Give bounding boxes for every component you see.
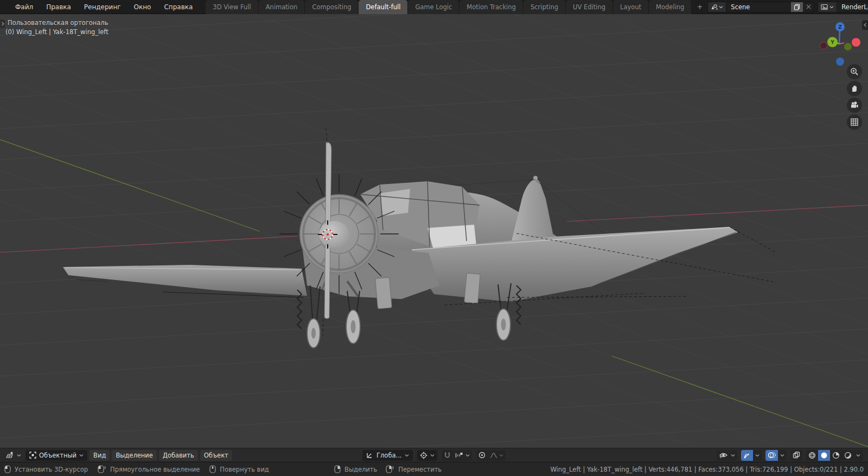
menu-view[interactable]: Вид — [90, 450, 110, 461]
navigation-gizmo[interactable]: Z Y — [814, 16, 865, 68]
menu-window[interactable]: Окно — [127, 0, 158, 14]
snap-target-icon — [455, 452, 463, 459]
menu-render[interactable]: Рендеринг — [78, 0, 127, 14]
chevron-down-icon — [755, 454, 760, 457]
chevron-down-icon — [405, 454, 409, 457]
tab-modeling[interactable]: Modeling — [649, 0, 692, 14]
editor-type-button[interactable] — [3, 450, 23, 461]
xray-group — [790, 450, 802, 461]
gizmo-axis-z-positive[interactable]: Z — [835, 22, 845, 31]
mouse-middle-icon — [209, 465, 216, 473]
gizmo-axis-y-negative[interactable] — [844, 43, 852, 50]
snap-toggle-button[interactable] — [442, 450, 453, 461]
tab-game-logic[interactable]: Game Logic — [408, 0, 459, 14]
editor-3d-viewport-icon — [5, 452, 14, 459]
menu-help[interactable]: Справка — [157, 0, 199, 14]
proportional-editing-button[interactable] — [476, 450, 488, 461]
shading-wireframe-button[interactable] — [806, 450, 818, 461]
toolbar-expand-arrow[interactable] — [0, 20, 5, 28]
menu-file[interactable]: Файл — [9, 0, 40, 14]
tab-motion-tracking[interactable]: Motion Tracking — [459, 0, 524, 14]
pivot-point-dropdown[interactable] — [417, 450, 437, 461]
active-object-label: (0) Wing_Left | Yak-18T_wing_left — [5, 28, 108, 37]
tab-default-full[interactable]: Default-full — [359, 0, 408, 14]
scene-browse-button[interactable] — [708, 2, 726, 12]
workspace-tabs: 3D View Full Animation Compositing Defau… — [206, 0, 707, 14]
menu-edit[interactable]: Правка — [40, 0, 78, 14]
hint-move: Переместить — [386, 465, 442, 473]
menu-select[interactable]: Выделение — [112, 450, 157, 461]
gizmo-axis-x-positive[interactable] — [852, 38, 860, 47]
orientation-label: Глоба... — [376, 452, 402, 459]
proportional-edit-group — [476, 450, 506, 461]
chevron-down-icon — [17, 454, 21, 457]
snap-group — [442, 450, 472, 461]
viewport-header: Объектный Вид Выделение Добавить Объект — [0, 448, 868, 462]
mouse-right-icon — [334, 465, 341, 473]
menu-add[interactable]: Добавить — [159, 450, 198, 461]
camera-view-button[interactable] — [847, 98, 862, 113]
gizmos-group — [741, 450, 762, 461]
mode-label: Объектный — [39, 452, 76, 459]
toggle-ortho-button[interactable] — [847, 115, 862, 130]
zoom-button[interactable] — [847, 64, 862, 79]
shading-dropdown[interactable] — [854, 450, 863, 461]
topbar: Файл Правка Рендеринг Окно Справка 3D Vi… — [0, 0, 868, 14]
shading-rendered-icon — [844, 452, 852, 459]
falloff-curve-icon — [490, 452, 497, 459]
show-object-types-dropdown[interactable] — [717, 450, 737, 461]
gear-spring-left — [297, 290, 302, 329]
show-overlays-button[interactable] — [765, 450, 778, 461]
pan-button[interactable] — [847, 81, 862, 96]
scene-selector: Scene — [707, 2, 814, 12]
new-scene-button[interactable] — [791, 2, 803, 12]
show-gizmos-button[interactable] — [741, 450, 753, 461]
blender-window: Файл Правка Рендеринг Окно Справка 3D Vi… — [0, 0, 868, 476]
shading-solid-button[interactable] — [818, 450, 830, 461]
overlays-dropdown[interactable] — [778, 450, 787, 461]
grid-ortho-icon — [850, 118, 859, 126]
mouse-right-drag-icon — [386, 465, 394, 473]
tab-uv-editing[interactable]: UV Editing — [566, 0, 613, 14]
view-name-label: Пользовательская ортогональ — [8, 18, 108, 28]
hint-box-select: Прямоугольное выделение — [98, 465, 200, 473]
show-object-types-eye-icon — [719, 452, 728, 459]
tab-animation[interactable]: Animation — [259, 0, 305, 14]
chevron-down-icon — [829, 5, 834, 9]
transform-orientation-dropdown[interactable]: Глоба... — [362, 450, 413, 461]
add-workspace-button[interactable]: + — [692, 0, 707, 14]
shading-solid-icon — [820, 452, 828, 459]
pan-hand-icon — [850, 84, 859, 93]
status-bar: Установить 3D-курсор Прямоугольное выдел… — [0, 462, 868, 476]
snap-target-dropdown[interactable] — [453, 450, 472, 461]
tab-scripting[interactable]: Scripting — [524, 0, 566, 14]
orientation-axes-icon — [366, 452, 374, 459]
shading-group — [806, 450, 863, 461]
toggle-xray-button[interactable] — [790, 450, 802, 461]
chevron-down-icon — [780, 454, 784, 457]
gizmos-dropdown[interactable] — [753, 450, 762, 461]
render-layer-browse-button[interactable] — [818, 2, 837, 12]
chevron-down-icon — [79, 454, 84, 457]
chevron-down-icon — [731, 454, 735, 457]
scene-statistics: Wing_Left | Yak-18T_wing_left | Verts:44… — [550, 466, 864, 473]
gizmo-axis-x-negative[interactable] — [820, 42, 827, 49]
unlink-scene-button[interactable] — [803, 2, 814, 12]
scene-name[interactable]: Scene — [726, 3, 791, 11]
tab-compositing[interactable]: Compositing — [305, 0, 359, 14]
camera-view-icon — [850, 101, 859, 110]
scene-icon — [711, 4, 718, 10]
gizmo-axis-y-positive[interactable]: Y — [827, 37, 838, 47]
falloff-dropdown[interactable] — [488, 450, 506, 461]
gizmo-axis-z-negative[interactable] — [836, 58, 844, 66]
tab-3d-view-full[interactable]: 3D View Full — [206, 0, 258, 14]
shading-rendered-button[interactable] — [842, 450, 854, 461]
chevron-down-icon — [430, 454, 435, 457]
menu-object[interactable]: Объект — [200, 450, 232, 461]
render-layer-name[interactable]: RenderLayer — [837, 3, 868, 11]
mode-dropdown[interactable]: Объектный — [25, 450, 87, 461]
proportional-editing-icon — [478, 452, 486, 459]
shading-material-button[interactable] — [830, 450, 842, 461]
tab-layout[interactable]: Layout — [613, 0, 649, 14]
3d-viewport[interactable]: Пользовательская ортогональ (0) Wing_Lef… — [0, 14, 868, 462]
